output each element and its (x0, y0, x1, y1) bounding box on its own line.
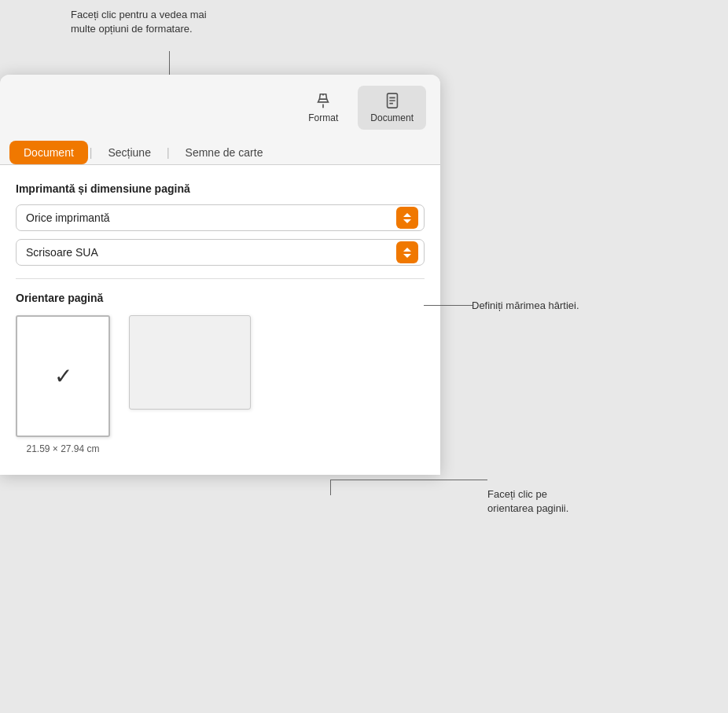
document-button[interactable]: Document (358, 86, 426, 130)
content-area: Imprimantă și dimensiune pagină Orice im… (0, 165, 440, 475)
main-panel: Format Document Document | Secțiune | Se… (0, 75, 440, 475)
portrait-checkmark: ✓ (54, 363, 72, 389)
tab-semne-de-carte[interactable]: Semne de carte (171, 141, 278, 164)
page-dimensions: 21.59 × 27.94 cm (26, 443, 99, 454)
format-button[interactable]: Format (295, 86, 351, 130)
portrait-page: ✓ (16, 315, 110, 437)
annotation-paper-line (424, 305, 472, 306)
portrait-button[interactable]: ✓ 21.59 × 27.94 cm (16, 315, 110, 454)
toolbar: Format Document (0, 75, 440, 138)
landscape-page (129, 315, 251, 410)
section-divider (16, 278, 425, 279)
annotation-orient-hline (330, 480, 487, 480)
landscape-button[interactable] (129, 315, 251, 410)
printer-select-row: Orice imprimantă (16, 204, 425, 231)
tab-divider-2: | (167, 146, 170, 159)
annotation-orient-vline (330, 480, 331, 495)
printer-section-label: Imprimantă și dimensiune pagină (16, 182, 425, 195)
orientation-section-label: Orientare pagină (16, 292, 425, 304)
tab-document[interactable]: Document (9, 141, 88, 164)
printer-select[interactable]: Orice imprimantă (16, 204, 425, 231)
tooltip-format: Faceți clic pentru a vedea mai multe opț… (71, 8, 228, 36)
annotation-paper-text: Definiți mărimea hârtiei. (472, 299, 579, 313)
annotation-orient-text: Faceți clic pe orientarea paginii. (487, 487, 568, 516)
format-label: Format (308, 112, 338, 123)
document-label: Document (370, 112, 414, 123)
tab-divider-1: | (90, 146, 93, 159)
paper-select-row: Scrisoare SUA (16, 239, 425, 266)
tab-sectiune[interactable]: Secțiune (94, 141, 164, 164)
orientation-options: ✓ 21.59 × 27.94 cm (16, 315, 425, 454)
paper-select[interactable]: Scrisoare SUA (16, 239, 425, 266)
tabs-row: Document | Secțiune | Semne de carte (0, 138, 440, 165)
